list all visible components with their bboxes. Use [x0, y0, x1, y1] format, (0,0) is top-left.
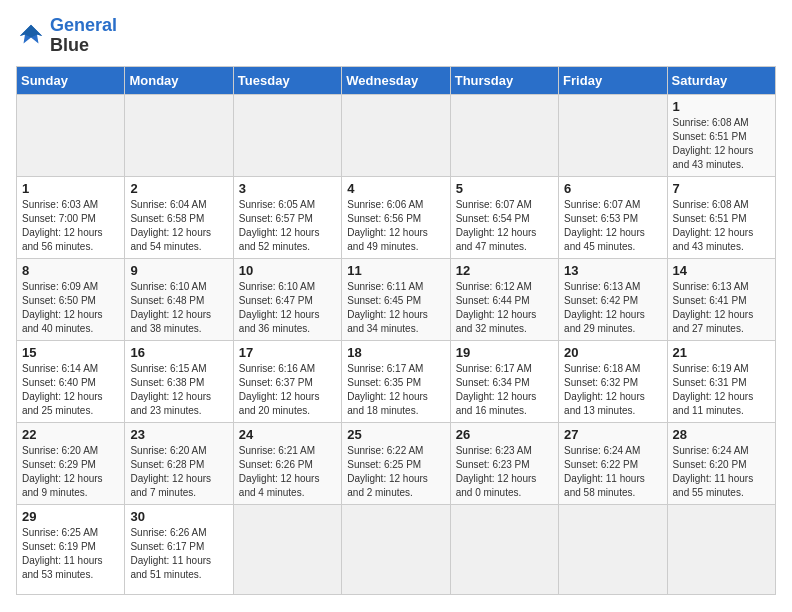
logo-icon — [16, 21, 46, 51]
day-info: Sunrise: 6:09 AMSunset: 6:50 PMDaylight:… — [22, 280, 119, 336]
day-number: 19 — [456, 345, 553, 360]
day-number: 26 — [456, 427, 553, 442]
calendar-cell: 3 Sunrise: 6:05 AMSunset: 6:57 PMDayligh… — [233, 176, 341, 258]
column-header-thursday: Thursday — [450, 66, 558, 94]
day-info: Sunrise: 6:21 AMSunset: 6:26 PMDaylight:… — [239, 444, 336, 500]
calendar-cell: 4 Sunrise: 6:06 AMSunset: 6:56 PMDayligh… — [342, 176, 450, 258]
calendar-cell: 17 Sunrise: 6:16 AMSunset: 6:37 PMDaylig… — [233, 340, 341, 422]
calendar-cell: 2 Sunrise: 6:04 AMSunset: 6:58 PMDayligh… — [125, 176, 233, 258]
calendar-cell: 23 Sunrise: 6:20 AMSunset: 6:28 PMDaylig… — [125, 422, 233, 504]
logo: GeneralBlue — [16, 16, 117, 56]
day-number: 2 — [130, 181, 227, 196]
calendar-week-row: 1 Sunrise: 6:03 AMSunset: 7:00 PMDayligh… — [17, 176, 776, 258]
day-info: Sunrise: 6:10 AMSunset: 6:47 PMDaylight:… — [239, 280, 336, 336]
day-info: Sunrise: 6:06 AMSunset: 6:56 PMDaylight:… — [347, 198, 444, 254]
calendar-cell — [450, 504, 558, 594]
day-number: 24 — [239, 427, 336, 442]
day-number: 14 — [673, 263, 770, 278]
calendar-cell: 10 Sunrise: 6:10 AMSunset: 6:47 PMDaylig… — [233, 258, 341, 340]
day-number: 30 — [130, 509, 227, 524]
calendar-cell: 22 Sunrise: 6:20 AMSunset: 6:29 PMDaylig… — [17, 422, 125, 504]
day-number: 22 — [22, 427, 119, 442]
day-number: 13 — [564, 263, 661, 278]
calendar-cell — [233, 504, 341, 594]
day-info: Sunrise: 6:13 AMSunset: 6:41 PMDaylight:… — [673, 280, 770, 336]
calendar-cell: 13 Sunrise: 6:13 AMSunset: 6:42 PMDaylig… — [559, 258, 667, 340]
calendar-week-row: 1 Sunrise: 6:08 AMSunset: 6:51 PMDayligh… — [17, 94, 776, 176]
day-info: Sunrise: 6:17 AMSunset: 6:34 PMDaylight:… — [456, 362, 553, 418]
column-header-tuesday: Tuesday — [233, 66, 341, 94]
calendar-cell: 7 Sunrise: 6:08 AMSunset: 6:51 PMDayligh… — [667, 176, 775, 258]
day-number: 29 — [22, 509, 119, 524]
day-info: Sunrise: 6:03 AMSunset: 7:00 PMDaylight:… — [22, 198, 119, 254]
calendar-cell — [233, 94, 341, 176]
day-number: 1 — [22, 181, 119, 196]
calendar-cell: 24 Sunrise: 6:21 AMSunset: 6:26 PMDaylig… — [233, 422, 341, 504]
day-number: 10 — [239, 263, 336, 278]
day-number: 4 — [347, 181, 444, 196]
day-info: Sunrise: 6:14 AMSunset: 6:40 PMDaylight:… — [22, 362, 119, 418]
calendar-cell: 6 Sunrise: 6:07 AMSunset: 6:53 PMDayligh… — [559, 176, 667, 258]
calendar-cell: 9 Sunrise: 6:10 AMSunset: 6:48 PMDayligh… — [125, 258, 233, 340]
day-number: 25 — [347, 427, 444, 442]
day-info: Sunrise: 6:17 AMSunset: 6:35 PMDaylight:… — [347, 362, 444, 418]
day-info: Sunrise: 6:22 AMSunset: 6:25 PMDaylight:… — [347, 444, 444, 500]
day-info: Sunrise: 6:07 AMSunset: 6:53 PMDaylight:… — [564, 198, 661, 254]
day-info: Sunrise: 6:20 AMSunset: 6:29 PMDaylight:… — [22, 444, 119, 500]
day-info: Sunrise: 6:05 AMSunset: 6:57 PMDaylight:… — [239, 198, 336, 254]
calendar-cell: 12 Sunrise: 6:12 AMSunset: 6:44 PMDaylig… — [450, 258, 558, 340]
day-number: 3 — [239, 181, 336, 196]
day-info: Sunrise: 6:10 AMSunset: 6:48 PMDaylight:… — [130, 280, 227, 336]
day-number: 6 — [564, 181, 661, 196]
day-info: Sunrise: 6:04 AMSunset: 6:58 PMDaylight:… — [130, 198, 227, 254]
day-info: Sunrise: 6:24 AMSunset: 6:22 PMDaylight:… — [564, 444, 661, 500]
calendar-cell: 8 Sunrise: 6:09 AMSunset: 6:50 PMDayligh… — [17, 258, 125, 340]
column-header-saturday: Saturday — [667, 66, 775, 94]
calendar-cell: 14 Sunrise: 6:13 AMSunset: 6:41 PMDaylig… — [667, 258, 775, 340]
calendar-week-row: 8 Sunrise: 6:09 AMSunset: 6:50 PMDayligh… — [17, 258, 776, 340]
day-info: Sunrise: 6:26 AMSunset: 6:17 PMDaylight:… — [130, 526, 227, 582]
calendar-week-row: 29 Sunrise: 6:25 AMSunset: 6:19 PMDaylig… — [17, 504, 776, 594]
day-info: Sunrise: 6:23 AMSunset: 6:23 PMDaylight:… — [456, 444, 553, 500]
day-info: Sunrise: 6:15 AMSunset: 6:38 PMDaylight:… — [130, 362, 227, 418]
svg-marker-1 — [20, 25, 43, 38]
day-info: Sunrise: 6:13 AMSunset: 6:42 PMDaylight:… — [564, 280, 661, 336]
day-info: Sunrise: 6:18 AMSunset: 6:32 PMDaylight:… — [564, 362, 661, 418]
day-number: 21 — [673, 345, 770, 360]
day-number: 9 — [130, 263, 227, 278]
calendar-cell — [450, 94, 558, 176]
calendar-header-row: SundayMondayTuesdayWednesdayThursdayFrid… — [17, 66, 776, 94]
calendar-cell: 27 Sunrise: 6:24 AMSunset: 6:22 PMDaylig… — [559, 422, 667, 504]
calendar-cell — [667, 504, 775, 594]
calendar-cell: 1 Sunrise: 6:03 AMSunset: 7:00 PMDayligh… — [17, 176, 125, 258]
calendar-cell: 15 Sunrise: 6:14 AMSunset: 6:40 PMDaylig… — [17, 340, 125, 422]
calendar-cell — [342, 94, 450, 176]
day-number: 23 — [130, 427, 227, 442]
day-info: Sunrise: 6:24 AMSunset: 6:20 PMDaylight:… — [673, 444, 770, 500]
day-number: 17 — [239, 345, 336, 360]
calendar-cell — [17, 94, 125, 176]
day-number: 16 — [130, 345, 227, 360]
day-number: 28 — [673, 427, 770, 442]
calendar-cell: 21 Sunrise: 6:19 AMSunset: 6:31 PMDaylig… — [667, 340, 775, 422]
page-header: GeneralBlue — [16, 16, 776, 56]
calendar-cell: 5 Sunrise: 6:07 AMSunset: 6:54 PMDayligh… — [450, 176, 558, 258]
calendar-week-row: 22 Sunrise: 6:20 AMSunset: 6:29 PMDaylig… — [17, 422, 776, 504]
day-info: Sunrise: 6:07 AMSunset: 6:54 PMDaylight:… — [456, 198, 553, 254]
day-number: 15 — [22, 345, 119, 360]
calendar-cell: 1 Sunrise: 6:08 AMSunset: 6:51 PMDayligh… — [667, 94, 775, 176]
column-header-wednesday: Wednesday — [342, 66, 450, 94]
calendar-cell: 28 Sunrise: 6:24 AMSunset: 6:20 PMDaylig… — [667, 422, 775, 504]
calendar-cell: 18 Sunrise: 6:17 AMSunset: 6:35 PMDaylig… — [342, 340, 450, 422]
calendar-cell: 25 Sunrise: 6:22 AMSunset: 6:25 PMDaylig… — [342, 422, 450, 504]
day-info: Sunrise: 6:12 AMSunset: 6:44 PMDaylight:… — [456, 280, 553, 336]
day-number: 27 — [564, 427, 661, 442]
day-info: Sunrise: 6:16 AMSunset: 6:37 PMDaylight:… — [239, 362, 336, 418]
calendar-table: SundayMondayTuesdayWednesdayThursdayFrid… — [16, 66, 776, 595]
calendar-cell: 30 Sunrise: 6:26 AMSunset: 6:17 PMDaylig… — [125, 504, 233, 594]
day-info: Sunrise: 6:08 AMSunset: 6:51 PMDaylight:… — [673, 116, 770, 172]
column-header-friday: Friday — [559, 66, 667, 94]
day-info: Sunrise: 6:20 AMSunset: 6:28 PMDaylight:… — [130, 444, 227, 500]
day-number: 12 — [456, 263, 553, 278]
calendar-cell — [342, 504, 450, 594]
